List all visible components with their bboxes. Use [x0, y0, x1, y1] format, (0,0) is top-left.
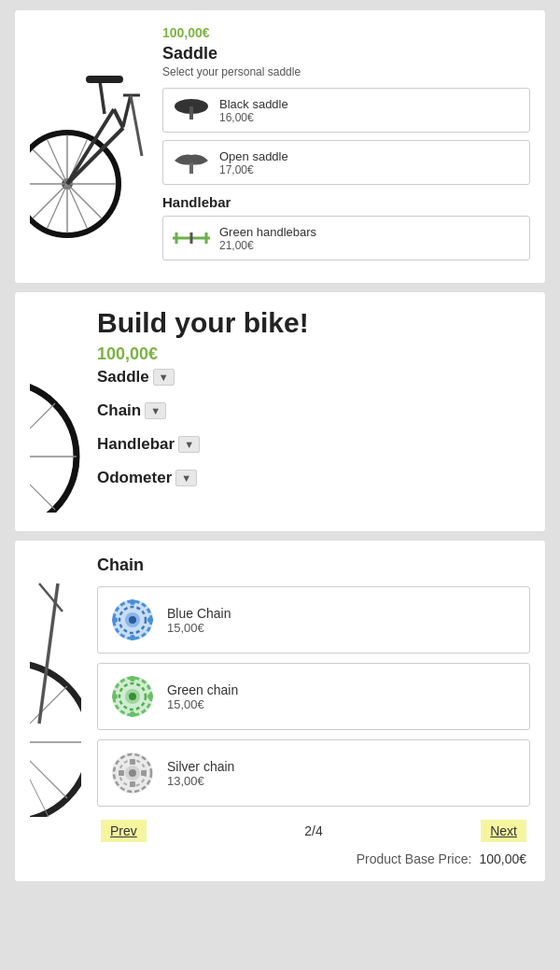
svg-point-43 — [130, 599, 135, 605]
config-option-chain[interactable]: Chain ▼ — [97, 401, 530, 420]
svg-point-55 — [147, 694, 153, 699]
silver-chain-info: Silver chain 13,00€ — [167, 759, 234, 788]
green-chain-icon — [109, 673, 156, 720]
main-title: Build your bike! — [97, 307, 530, 339]
config-options-list: Saddle ▼ Chain ▼ Handlebar ▼ Odometer ▼ — [97, 368, 530, 497]
svg-point-60 — [129, 769, 136, 777]
chain-option-blue[interactable]: Blue Chain 15,00€ — [97, 586, 530, 654]
prev-button[interactable]: Prev — [101, 820, 147, 842]
saddle-option-black[interactable]: Black saddle 16,00€ — [162, 88, 530, 133]
svg-point-54 — [112, 694, 118, 699]
green-chain-price: 15,00€ — [167, 697, 238, 711]
config-chain-label: Chain — [97, 401, 141, 420]
open-saddle-price: 17,00€ — [219, 163, 288, 176]
saddle-section-subtitle: Select your personal saddle — [162, 65, 530, 78]
svg-point-46 — [147, 617, 153, 623]
silver-chain-name: Silver chain — [167, 759, 234, 774]
saddle-option-open[interactable]: Open saddle 17,00€ — [162, 140, 530, 185]
chain-dropdown-btn[interactable]: ▼ — [145, 402, 166, 419]
config-saddle-label: Saddle — [97, 368, 149, 387]
green-handlebar-name: Green handlebars — [219, 225, 316, 239]
svg-line-36 — [39, 583, 58, 724]
config-odometer-label: Odometer — [97, 469, 172, 487]
open-saddle-icon — [173, 148, 210, 176]
svg-rect-63 — [130, 759, 135, 765]
saddle-card-content: 100,00€ Saddle Select your personal sadd… — [162, 25, 530, 268]
svg-point-52 — [130, 676, 135, 682]
black-saddle-info: Black saddle 16,00€ — [219, 97, 288, 124]
base-price-label: Product Base Price: — [357, 851, 472, 866]
svg-line-14 — [123, 95, 131, 126]
svg-point-51 — [129, 693, 136, 700]
navigation-row: Prev 2/4 Next — [97, 820, 530, 842]
svg-point-44 — [130, 635, 135, 640]
svg-point-30 — [30, 663, 81, 817]
chain-section-title: Chain — [97, 555, 530, 575]
svg-line-16 — [131, 95, 142, 156]
saddle-dropdown-btn[interactable]: ▼ — [153, 369, 175, 386]
bike-image-2 — [30, 307, 86, 516]
handlebar-section-title: Handlebar — [162, 194, 530, 210]
build-bike-content: Build your bike! 100,00€ Saddle ▼ Chain … — [97, 307, 530, 497]
black-saddle-price: 16,00€ — [219, 111, 288, 124]
svg-line-37 — [39, 583, 63, 612]
handlebar-dropdown-btn[interactable]: ▼ — [178, 436, 200, 453]
config-option-handlebar[interactable]: Handlebar ▼ — [97, 435, 530, 454]
green-handlebar-icon — [173, 224, 210, 252]
svg-rect-18 — [189, 106, 193, 119]
svg-line-12 — [100, 81, 105, 114]
svg-rect-13 — [86, 76, 123, 83]
open-saddle-info: Open saddle 17,00€ — [219, 149, 288, 176]
blue-chain-icon — [109, 597, 156, 643]
silver-chain-price: 13,00€ — [167, 774, 234, 788]
blue-chain-name: Blue Chain — [167, 606, 231, 621]
build-bike-price: 100,00€ — [97, 344, 530, 364]
handlebar-option-green[interactable]: Green handlebars 21,00€ — [162, 216, 530, 260]
odometer-dropdown-btn[interactable]: ▼ — [175, 470, 197, 486]
chain-card: Chain — [14, 540, 546, 882]
page-counter: 2/4 — [304, 823, 322, 838]
chain-card-content: Chain — [97, 555, 530, 866]
chain-option-green[interactable]: Green chain 15,00€ — [97, 663, 530, 730]
config-handlebar-label: Handlebar — [97, 435, 175, 454]
blue-chain-info: Blue Chain 15,00€ — [167, 606, 231, 635]
build-bike-card: Build your bike! 100,00€ Saddle ▼ Chain … — [14, 291, 546, 532]
svg-rect-64 — [130, 781, 135, 787]
bike-image-3 — [30, 555, 86, 866]
config-option-saddle[interactable]: Saddle ▼ — [97, 368, 530, 387]
bike-image-1 — [30, 25, 151, 268]
chain-option-silver[interactable]: Silver chain 13,00€ — [97, 739, 530, 807]
svg-point-42 — [129, 616, 136, 624]
svg-rect-62 — [141, 770, 147, 776]
green-chain-info: Green chain 15,00€ — [167, 682, 238, 711]
open-saddle-name: Open saddle — [219, 149, 288, 163]
base-price-row: Product Base Price: 100,00€ — [97, 851, 530, 866]
config-option-odometer[interactable]: Odometer ▼ — [97, 469, 530, 487]
green-chain-name: Green chain — [167, 682, 238, 697]
saddle-card-price: 100,00€ — [162, 25, 530, 40]
saddle-section-title: Saddle — [162, 44, 530, 63]
saddle-card: 100,00€ Saddle Select your personal sadd… — [14, 9, 546, 284]
svg-point-25 — [30, 382, 77, 513]
black-saddle-icon — [173, 96, 210, 124]
svg-point-45 — [112, 617, 118, 623]
silver-chain-icon — [109, 750, 156, 796]
next-button[interactable]: Next — [481, 820, 526, 842]
base-price-value: 100,00€ — [479, 851, 526, 866]
black-saddle-name: Black saddle — [219, 97, 288, 111]
green-handlebar-info: Green handlebars 21,00€ — [219, 225, 316, 252]
svg-point-53 — [130, 711, 135, 717]
green-handlebar-price: 21,00€ — [219, 239, 316, 252]
svg-rect-61 — [119, 770, 124, 776]
svg-rect-19 — [189, 162, 193, 174]
blue-chain-price: 15,00€ — [167, 621, 231, 635]
